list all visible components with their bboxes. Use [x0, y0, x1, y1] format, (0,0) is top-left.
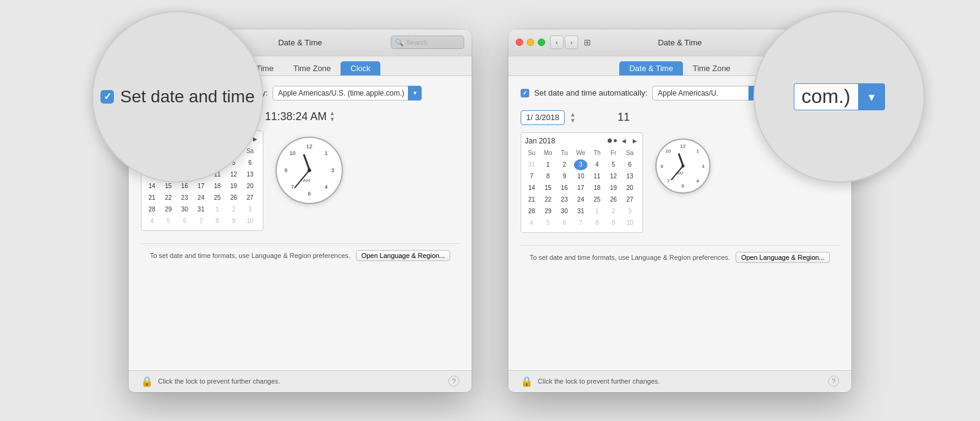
cal-cell[interactable]: 1	[541, 159, 555, 170]
cal-cell[interactable]: 22	[541, 194, 555, 205]
cal-cell[interactable]: 7	[194, 216, 208, 227]
cal-cell[interactable]: 20	[623, 183, 636, 194]
cal-prev-right[interactable]: ◀	[619, 137, 628, 145]
cal-cell[interactable]: 29	[541, 206, 555, 217]
tab-timezone-right[interactable]: Time Zone	[683, 61, 741, 75]
minimize-button-right[interactable]	[527, 39, 534, 46]
cal-cell[interactable]: 3	[623, 206, 636, 217]
cal-cell[interactable]: 15	[541, 183, 555, 194]
cal-next-right[interactable]: ▶	[630, 137, 639, 145]
close-button-right[interactable]	[516, 39, 523, 46]
grid-icon-right[interactable]: ⊞	[581, 36, 594, 49]
cal-cell[interactable]: 26	[227, 192, 241, 203]
clock-num-1: 1	[325, 150, 328, 156]
clock-num-9-r: 9	[660, 163, 663, 169]
cal-cell[interactable]: 12	[227, 169, 241, 180]
cal-cell[interactable]: 13	[243, 169, 257, 180]
maximize-button-right[interactable]	[538, 39, 545, 46]
open-language-btn-right[interactable]: Open Language & Region...	[736, 252, 830, 263]
tab-clock-left[interactable]: Clock	[341, 61, 380, 75]
cal-cell[interactable]: 25	[211, 192, 224, 203]
cal-cell[interactable]: 5	[541, 218, 555, 229]
cal-cell[interactable]: 31	[194, 204, 208, 215]
cal-cell[interactable]: 14	[145, 181, 159, 192]
cal-cell[interactable]: 8	[211, 216, 224, 227]
cal-cell[interactable]: 9	[227, 216, 241, 227]
forward-button-right[interactable]: ›	[565, 36, 578, 49]
cal-cell[interactable]: 23	[557, 194, 571, 205]
cal-cell[interactable]: 30	[178, 204, 191, 215]
server-dropdown-left[interactable]: Apple Americas/U.S. (time.apple.com.) ▾	[273, 86, 422, 101]
cal-cell[interactable]: 2	[557, 159, 571, 170]
cal-cell[interactable]: 5	[607, 159, 620, 170]
date-field-right[interactable]: 1/ 3/2018	[521, 110, 565, 125]
dropdown-arrow-left[interactable]: ▾	[408, 86, 421, 101]
cal-cell[interactable]: 11	[590, 171, 604, 182]
cal-cell[interactable]: 25	[590, 194, 604, 205]
cal-cell[interactable]: 21	[145, 192, 159, 203]
cal-cell[interactable]: 10	[623, 218, 636, 229]
cal-cell[interactable]: 29	[162, 204, 175, 215]
clock-num-3-r: 3	[701, 163, 704, 169]
cal-cell[interactable]: 24	[194, 192, 208, 203]
clock-num-1-r: 1	[696, 148, 699, 154]
cal-cell[interactable]: 28	[525, 206, 538, 217]
cal-cell[interactable]: 4	[590, 159, 604, 170]
tab-timezone-left[interactable]: Time Zone	[284, 61, 341, 75]
cal-cell[interactable]: 3	[243, 204, 257, 215]
cal-cell[interactable]: 4	[525, 218, 538, 229]
cal-cell[interactable]: 5	[162, 216, 175, 227]
cal-cell[interactable]: 8	[541, 171, 555, 182]
auto-checkbox-right[interactable]	[521, 89, 529, 97]
cal-cell[interactable]: 1	[211, 204, 224, 215]
cal-cell[interactable]: 18	[211, 181, 224, 192]
cal-cell[interactable]: 24	[574, 194, 587, 205]
server-dropdown-right[interactable]: Apple Americas/U. ▾	[652, 86, 763, 101]
cal-cell[interactable]: 10	[574, 171, 587, 182]
cal-cell[interactable]: 6	[623, 159, 636, 170]
cal-today-right[interactable]: 3	[574, 159, 587, 170]
cal-cell[interactable]: 18	[590, 183, 604, 194]
cal-cell[interactable]: 22	[162, 192, 175, 203]
cal-cell[interactable]: 2	[227, 204, 241, 215]
cal-cell[interactable]: 4	[145, 216, 159, 227]
cal-cell[interactable]: 6	[243, 157, 257, 169]
cal-cell[interactable]: 2	[607, 206, 620, 217]
cal-cell[interactable]: 17	[574, 183, 587, 194]
cal-cell[interactable]: 26	[607, 194, 620, 205]
cal-cell[interactable]: 28	[145, 204, 159, 215]
cal-cell[interactable]: 16	[557, 183, 571, 194]
cal-cell[interactable]: 1	[590, 206, 604, 217]
date-spinner-right[interactable]: ▲ ▼	[570, 112, 576, 124]
cal-cell[interactable]: 13	[623, 171, 636, 182]
open-language-btn-left[interactable]: Open Language & Region...	[356, 250, 450, 261]
cal-cell[interactable]: 7	[525, 171, 538, 182]
search-box[interactable]: 🔍 Search	[391, 36, 464, 49]
cal-cell[interactable]: 27	[623, 194, 636, 205]
cal-cell[interactable]: 30	[557, 206, 571, 217]
cal-cell[interactable]: 7	[574, 218, 587, 229]
cal-cell[interactable]: 17	[194, 181, 208, 192]
cal-cell[interactable]: 6	[557, 218, 571, 229]
cal-cell[interactable]: 31	[525, 159, 538, 170]
cal-cell[interactable]: 6	[178, 216, 191, 227]
cal-cell[interactable]: 20	[243, 181, 257, 192]
tab-date-time-right[interactable]: Date & Time	[619, 61, 683, 75]
cal-cell[interactable]: 9	[607, 218, 620, 229]
cal-cell[interactable]: 8	[590, 218, 604, 229]
cal-cell[interactable]: 9	[557, 171, 571, 182]
cal-cell[interactable]: 10	[243, 216, 257, 227]
cal-cell[interactable]: 19	[227, 181, 241, 192]
back-button-right[interactable]: ‹	[550, 36, 564, 49]
cal-cell[interactable]: 31	[574, 206, 587, 217]
help-icon-left[interactable]: ?	[448, 376, 459, 387]
zoom-dropdown-btn[interactable]: ▾	[858, 83, 885, 110]
cal-cell[interactable]: 14	[525, 183, 538, 194]
cal-cell[interactable]: 19	[607, 183, 620, 194]
cal-cell[interactable]: 21	[525, 194, 538, 205]
time-spinner-left[interactable]: ▲ ▼	[330, 110, 336, 123]
cal-cell[interactable]: 23	[178, 192, 191, 203]
cal-cell[interactable]: 12	[607, 171, 620, 182]
cal-cell[interactable]: 27	[243, 192, 257, 203]
help-icon-right[interactable]: ?	[828, 376, 839, 387]
